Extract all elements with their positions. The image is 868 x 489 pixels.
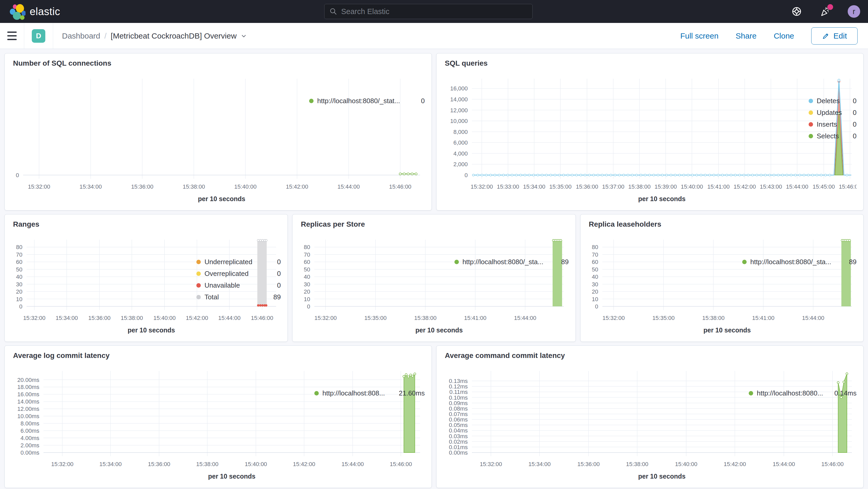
legend-series-dot — [749, 391, 753, 395]
search-input[interactable] — [341, 7, 528, 16]
legend-item[interactable]: http://localhost:8080/_stat...0 — [309, 95, 425, 107]
svg-text:2,000: 2,000 — [454, 161, 468, 167]
svg-text:0: 0 — [465, 172, 468, 179]
svg-text:15:36:00: 15:36:00 — [576, 183, 598, 190]
svg-text:15:40:00: 15:40:00 — [681, 183, 703, 190]
panel-title[interactable]: SQL queries — [436, 53, 863, 72]
share-button[interactable]: Share — [736, 32, 756, 40]
legend-series-dot — [809, 111, 813, 115]
svg-text:60: 60 — [592, 259, 598, 265]
chart-ranges[interactable]: 15:32:0015:34:0015:36:0015:38:0015:40:00… — [5, 233, 196, 341]
svg-text:15:34:00: 15:34:00 — [523, 183, 545, 190]
edit-button[interactable]: Edit — [811, 27, 858, 44]
panel-title[interactable]: Average command commit latency — [436, 346, 863, 364]
panel-title[interactable]: Average log commit latency — [5, 346, 432, 364]
chart-replicas-per-store[interactable]: 15:32:0015:35:0015:38:0015:41:0015:44:00… — [292, 233, 454, 341]
svg-text:15:42:00: 15:42:00 — [724, 461, 746, 467]
chart-canvas: 15:32:0015:33:0015:34:0015:35:0015:36:00… — [436, 72, 857, 210]
panel-body: 15:32:0015:34:0015:36:0015:38:0015:40:00… — [5, 233, 287, 341]
full-screen-button[interactable]: Full screen — [680, 32, 718, 40]
chart-avg-command-commit-latency[interactable]: 15:32:0015:34:0015:36:0015:38:0015:40:00… — [436, 364, 749, 488]
dashboard-badge[interactable]: D — [32, 29, 45, 43]
svg-text:10,000: 10,000 — [450, 118, 468, 124]
svg-text:18.00ms: 18.00ms — [18, 384, 39, 390]
legend-series-label: Inserts — [817, 120, 837, 128]
svg-text:15:32:00: 15:32:00 — [315, 315, 337, 321]
svg-text:15:32:00: 15:32:00 — [471, 183, 493, 190]
svg-text:15:40:00: 15:40:00 — [153, 315, 176, 321]
legend-item[interactable]: Total89 — [196, 291, 281, 303]
panel-body: 15:32:0015:34:0015:36:0015:38:0015:40:00… — [5, 72, 432, 210]
chart-legend: http://localhost:8080/_sta...89 — [455, 233, 576, 341]
panel-title[interactable]: Replica leaseholders — [581, 214, 863, 233]
svg-text:70: 70 — [592, 251, 598, 258]
panel-title[interactable]: Number of SQL connections — [5, 53, 432, 72]
svg-text:60: 60 — [304, 259, 310, 265]
legend-item[interactable]: http://localhost:8080...0.14ms — [749, 388, 857, 399]
help-button[interactable] — [790, 5, 803, 18]
panel-sql-queries: SQL queries 15:32:0015:33:0015:34:0015:3… — [436, 53, 864, 211]
newsfeed-button[interactable] — [819, 5, 832, 18]
legend-series-dot — [809, 122, 813, 127]
svg-text:20: 20 — [16, 288, 22, 295]
svg-text:16,000: 16,000 — [450, 85, 468, 92]
chart-sql-connections[interactable]: 15:32:0015:34:0015:36:0015:38:0015:40:00… — [5, 72, 309, 210]
svg-text:14,000: 14,000 — [450, 96, 468, 103]
legend-series-dot — [309, 99, 314, 103]
legend-series-dot — [196, 295, 201, 299]
legend-item[interactable]: http://localhost:8080/_sta...89 — [455, 256, 569, 268]
hamburger-icon — [7, 32, 17, 33]
legend-series-value: 89 — [270, 293, 281, 301]
svg-text:0: 0 — [19, 303, 22, 310]
legend-item[interactable]: http://localhost:8080/_sta...89 — [742, 256, 857, 268]
page-title[interactable]: [Metricbeat CockroachDB] Overview — [111, 32, 248, 40]
legend-series-value: 89 — [558, 258, 569, 266]
legend-item[interactable]: http://localhost:808...21.60ms — [314, 388, 425, 399]
chart-legend: http://localhost:808...21.60ms — [314, 364, 432, 488]
panel-replicas-per-store: Replicas per Store 15:32:0015:35:0015:38… — [292, 214, 576, 342]
svg-text:15:37:00: 15:37:00 — [602, 183, 624, 190]
svg-text:60: 60 — [16, 259, 22, 265]
svg-text:80: 80 — [304, 244, 310, 250]
svg-text:20: 20 — [304, 288, 310, 295]
legend-item[interactable]: Selects0 — [809, 130, 857, 142]
legend-item[interactable]: Underreplicated0 — [196, 256, 281, 268]
legend-series-value: 89 — [845, 258, 857, 266]
dashboard-grid: Number of SQL connections 15:32:0015:34:… — [0, 49, 868, 488]
dashboard-row: Ranges 15:32:0015:34:0015:36:0015:38:001… — [4, 214, 864, 342]
svg-text:10: 10 — [304, 296, 310, 303]
legend-series-dot — [314, 391, 319, 395]
svg-text:12,000: 12,000 — [450, 107, 468, 114]
global-search[interactable] — [324, 4, 533, 19]
chart-sql-queries[interactable]: 15:32:0015:33:0015:34:0015:35:0015:36:00… — [436, 72, 809, 210]
legend-item[interactable]: Unavailable0 — [196, 279, 281, 291]
legend-item[interactable]: Overreplicated0 — [196, 268, 281, 279]
legend-series-value: 0 — [274, 270, 281, 278]
legend-series-label: http://localhost:8080/_sta... — [463, 258, 544, 266]
global-header: elastic — [0, 0, 868, 23]
svg-text:10: 10 — [592, 296, 598, 303]
panel-body: 15:32:0015:35:0015:38:0015:41:0015:44:00… — [292, 233, 575, 341]
user-avatar[interactable]: r — [848, 5, 860, 18]
svg-text:10.00ms: 10.00ms — [18, 413, 39, 420]
chevron-down-icon — [240, 32, 248, 40]
chart-legend: http://localhost:8080/_sta...89 — [742, 233, 863, 341]
legend-item[interactable]: Inserts0 — [809, 119, 857, 130]
menu-button[interactable] — [0, 23, 24, 49]
legend-item[interactable]: Deletes0 — [809, 95, 857, 107]
svg-text:15:38:00: 15:38:00 — [183, 183, 205, 190]
breadcrumb-dashboard-link[interactable]: Dashboard — [62, 32, 100, 40]
toolbar-left: D Dashboard / [Metricbeat CockroachDB] O… — [0, 23, 248, 49]
elastic-logo[interactable]: elastic — [0, 2, 110, 21]
chart-legend: Deletes0Updates0Inserts0Selects0 — [809, 72, 863, 210]
legend-item[interactable]: Updates0 — [809, 107, 857, 119]
legend-series-label: Underreplicated — [205, 258, 252, 266]
svg-text:0: 0 — [595, 303, 598, 310]
panel-title[interactable]: Replicas per Store — [292, 214, 575, 233]
chart-replica-leaseholders[interactable]: 15:32:0015:35:0015:38:0015:41:0015:44:00… — [581, 233, 742, 341]
panel-title[interactable]: Ranges — [5, 214, 287, 233]
notification-badge — [827, 4, 833, 10]
legend-series-value: 21.60ms — [395, 389, 425, 397]
chart-avg-log-commit-latency[interactable]: 15:32:0015:34:0015:36:0015:38:0015:40:00… — [5, 364, 314, 488]
clone-button[interactable]: Clone — [774, 32, 794, 40]
